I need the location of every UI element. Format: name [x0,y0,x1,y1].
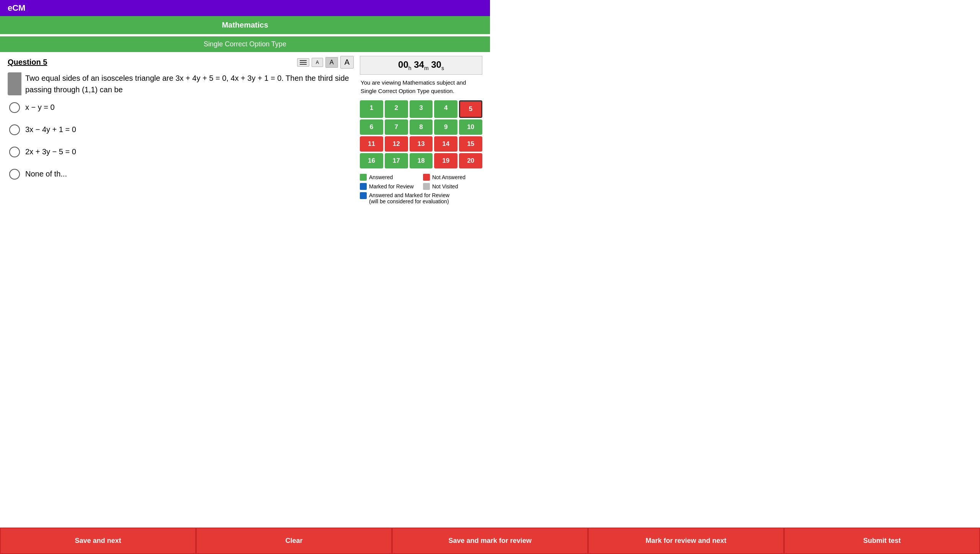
legend-marked-label: Marked for Review [369,183,414,190]
legend: Answered Not Answered Marked for Review … [360,174,482,204]
legend-marked-dot [360,183,367,190]
question-grid-item[interactable]: 3 [410,100,433,118]
question-panel: Question 5 A A A Two equal sides of an i… [8,56,354,208]
question-header: Question 5 A A A [8,56,354,69]
question-grid-item[interactable]: 15 [459,136,482,152]
list-item: 3x − 4y + 1 = 0 [9,124,354,135]
question-grid-item[interactable]: 16 [360,153,383,168]
question-grid-item[interactable]: 18 [410,153,433,168]
timer-hours: 00 [398,59,408,70]
right-panel: 00h 34m 30s You are viewing Mathematics … [360,56,482,208]
question-grid-item[interactable]: 12 [385,136,408,152]
question-grid-item[interactable]: 13 [410,136,433,152]
legend-answered-marked-label: Answered and Marked for Review (will be … [369,192,449,204]
timer-box: 00h 34m 30s [360,56,482,75]
question-grid-item[interactable]: 14 [434,136,457,152]
timer-s-label: s [441,65,444,71]
legend-answered-marked: Answered and Marked for Review (will be … [360,192,482,204]
question-grid-item[interactable]: 7 [385,119,408,135]
font-large-button[interactable]: A [340,56,354,69]
legend-not-answered: Not Answered [423,174,482,181]
options-list: x − y = 0 3x − 4y + 1 = 0 2x + 3y − 5 = … [9,101,354,180]
qtype-banner: Single Correct Option Type [0,36,490,52]
legend-not-visited-label: Not Visited [432,183,458,190]
legend-marked: Marked for Review [360,183,419,190]
question-grid-item[interactable]: 6 [360,119,383,135]
question-grid-item[interactable]: 19 [434,153,457,168]
top-bar: eCM [0,0,490,16]
option-radio-c[interactable] [9,147,20,157]
option-text-c: 2x + 3y − 5 = 0 [25,146,76,157]
legend-answered: Answered [360,174,419,181]
option-text-a: x − y = 0 [25,101,55,113]
option-radio-d[interactable] [9,169,20,180]
question-body: Two equal sides of an isosceles triangle… [8,72,354,95]
legend-answered-dot [360,174,367,181]
option-radio-a[interactable] [9,102,20,113]
question-grid-item[interactable]: 10 [459,119,482,135]
lines-icon[interactable] [297,58,309,67]
list-item: None of th... [9,168,354,180]
font-medium-button[interactable]: A [325,57,338,68]
legend-not-visited: Not Visited [423,183,482,190]
legend-not-visited-dot [423,183,430,190]
question-grid-item[interactable]: 8 [410,119,433,135]
main-content: Question 5 A A A Two equal sides of an i… [0,52,490,211]
timer-seconds: 30 [431,59,441,70]
question-grid-item[interactable]: 20 [459,153,482,168]
legend-not-answered-label: Not Answered [432,174,466,180]
legend-answered-marked-dot [360,192,367,199]
legend-answered-label: Answered [369,174,393,180]
question-sidebar [8,72,21,95]
question-grid-item[interactable]: 11 [360,136,383,152]
font-controls: A A A [297,56,354,69]
timer-minutes: 34 [414,59,424,70]
timer-h-label: h [408,65,412,71]
info-text: You are viewing Mathematics subject and … [360,78,482,96]
timer-m-label: m [424,65,429,71]
question-grid-item[interactable]: 17 [385,153,408,168]
list-item: 2x + 3y − 5 = 0 [9,146,354,157]
option-radio-b[interactable] [9,124,20,135]
question-number: Question 5 [8,58,47,67]
list-item: x − y = 0 [9,101,354,113]
question-grid-item[interactable]: 2 [385,100,408,118]
question-grid-item[interactable]: 1 [360,100,383,118]
subject-banner: Mathematics [0,16,490,34]
font-small-button[interactable]: A [312,58,323,67]
question-text: Two equal sides of an isosceles triangle… [25,72,354,95]
question-grid-item[interactable]: 9 [434,119,457,135]
option-text-b: 3x − 4y + 1 = 0 [25,124,76,135]
option-text-d: None of th... [25,168,67,180]
legend-not-answered-dot [423,174,430,181]
question-grid-item[interactable]: 5 [459,100,482,118]
question-grid-item[interactable]: 4 [434,100,457,118]
app-logo: eCM [8,3,25,13]
question-grid: 1234567891011121314151617181920 [360,100,482,168]
